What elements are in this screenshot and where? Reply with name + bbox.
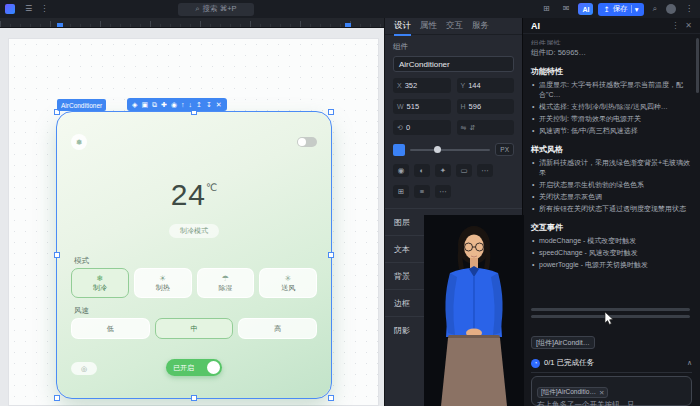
grid-icon[interactable]: ⊞: [393, 185, 409, 198]
caret-down-icon: ▾: [635, 5, 639, 14]
speed-button-low[interactable]: 低: [71, 318, 150, 339]
section-label: 边框: [394, 298, 410, 309]
visibility-icon[interactable]: ◉: [171, 101, 177, 108]
speed-button-row: 低 中 高: [71, 318, 317, 339]
mode-label: 除湿: [218, 284, 232, 291]
sun-icon: ☀: [159, 275, 166, 283]
speed-label: 高: [274, 325, 281, 332]
scrollbar[interactable]: [696, 38, 699, 93]
component-reference-chip[interactable]: [组件]AirCondit…: [531, 336, 595, 349]
flip-vertical-icon[interactable]: ⇵: [469, 124, 475, 132]
style-item: 所有按钮在关闭状态下通过透明度变现禁用状态: [531, 204, 692, 214]
divider: [531, 372, 692, 373]
app-logo-icon[interactable]: [5, 4, 15, 14]
frame-icon[interactable]: ▣: [141, 101, 148, 108]
close-icon[interactable]: ✕: [685, 21, 692, 30]
ai-chat-input[interactable]: [组件]AirConditio… ✕ 右上角多了一个开关按钮，只…: [531, 376, 692, 406]
mode-button-heat[interactable]: ☀ 制热: [134, 268, 192, 298]
speed-label: 低: [107, 325, 114, 332]
mode-button-dry[interactable]: ☂ 除湿: [197, 268, 255, 298]
flip-horizontal-icon[interactable]: ⇋: [461, 124, 467, 132]
bring-front-icon[interactable]: ↥: [196, 101, 202, 108]
flip-field[interactable]: ⇋ ⇵: [457, 120, 515, 135]
add-icon[interactable]: ✚: [161, 101, 167, 108]
tab-interaction[interactable]: 交互: [446, 20, 463, 32]
horizontal-ruler[interactable]: [0, 18, 384, 28]
effects-icon[interactable]: ✦: [435, 164, 451, 177]
grid-icon[interactable]: ⊞: [543, 5, 550, 13]
power-icon: ◎: [81, 365, 87, 373]
close-icon[interactable]: ✕: [599, 389, 604, 397]
snowflake-icon: ❄: [97, 275, 104, 283]
temperature-display: 24℃: [57, 178, 331, 212]
eye-icon[interactable]: ◉: [393, 164, 409, 177]
mode-button-fan[interactable]: ✳ 送风: [259, 268, 317, 298]
section-label: 背景: [394, 271, 410, 282]
feature-item: 风速调节: 低/中/高三档风速选择: [531, 126, 692, 136]
tab-properties[interactable]: 属性: [420, 20, 437, 32]
overflow-icon[interactable]: ⋮: [685, 5, 693, 13]
toggle-knob: [298, 138, 306, 146]
style-item: 开启状态显示生机勃勃的绿色色系: [531, 180, 692, 190]
corner-radius-swatch[interactable]: [393, 144, 405, 156]
align-icon[interactable]: ≡: [414, 185, 430, 198]
power-icon-button[interactable]: ◎: [71, 362, 97, 375]
send-back-icon[interactable]: ↧: [206, 101, 212, 108]
temperature-unit: ℃: [206, 182, 217, 193]
avatar[interactable]: [666, 4, 676, 14]
speed-button-high[interactable]: 高: [238, 318, 317, 339]
more-icon[interactable]: ⋯: [477, 164, 493, 177]
width-field[interactable]: W 515: [393, 99, 451, 114]
search-input[interactable]: ⌕ 搜索 ⌘+P: [178, 3, 254, 16]
delete-icon[interactable]: ✕: [216, 101, 222, 108]
section-label: 图层: [394, 217, 410, 228]
zoom-icon[interactable]: ⌕: [653, 5, 657, 13]
component-icon[interactable]: ◈: [132, 101, 137, 108]
comment-icon[interactable]: ✉: [563, 5, 570, 13]
chevron-up-icon[interactable]: ∧: [687, 359, 692, 367]
speed-button-mid[interactable]: 中: [155, 318, 234, 339]
w-value: 515: [407, 102, 420, 111]
tab-design[interactable]: 设计: [394, 20, 411, 32]
mode-button-cool[interactable]: ❄ 制冷: [71, 268, 129, 298]
style-heading: 样式风格: [531, 144, 692, 155]
search-placeholder: 搜索 ⌘+P: [203, 4, 237, 14]
ai-panel: AI ⋮ ✕ 组件属性 组件ID: 56965… 功能特性 温度显示: 大字号科…: [522, 18, 700, 406]
more-icon[interactable]: ⋮: [671, 21, 679, 30]
radius-slider[interactable]: [410, 149, 490, 151]
air-conditioner-card[interactable]: ❅ 24℃ 制冷模式 模式 ❄ 制冷 ☀ 制热 ☂ 除湿: [57, 112, 331, 398]
menu-icon[interactable]: ☰: [25, 5, 32, 13]
tab-services[interactable]: 服务: [472, 20, 489, 32]
frame-icon[interactable]: ▭: [456, 164, 472, 177]
component-name-input[interactable]: AirConditioner: [393, 56, 514, 72]
ai-toggle-button[interactable]: AI: [578, 3, 593, 15]
slider-knob[interactable]: [434, 146, 441, 153]
canvas[interactable]: AirConditioner ◈ ▣ ⧉ ✚ ◉ ↑ ↓ ↥ ↧ ✕ ❅ 24℃…: [0, 28, 384, 406]
move-down-icon[interactable]: ↓: [189, 101, 193, 108]
selection-name-badge[interactable]: AirConditioner: [57, 99, 106, 111]
input-component-chip[interactable]: [组件]AirConditio… ✕: [537, 387, 608, 398]
feature-item: 开关控制: 带滑动效果的电源开关: [531, 114, 692, 124]
card-corner-toggle[interactable]: [297, 137, 317, 147]
height-field[interactable]: H 596: [457, 99, 515, 114]
task-progress-row[interactable]: ◔ 0/1 已完成任务 ∧: [531, 356, 692, 370]
toggle-knob: [207, 361, 220, 374]
events-heading: 交互事件: [531, 222, 692, 233]
y-label: Y: [461, 82, 466, 89]
duplicate-icon[interactable]: ⧉: [152, 101, 157, 108]
y-field[interactable]: Y 144: [457, 78, 515, 93]
ruler-selection-start-marker: [57, 23, 63, 27]
more-icon[interactable]: ⋮: [40, 5, 48, 13]
save-button[interactable]: ↥ 保存 ▾: [598, 3, 643, 16]
move-up-icon[interactable]: ↑: [181, 101, 185, 108]
style-item: 清新科技感设计，采用浅绿色渐变背景+毛玻璃效果: [531, 158, 692, 178]
button-divider: [631, 5, 632, 13]
rotate-icon: ⟲: [397, 124, 403, 132]
power-toggle[interactable]: 已开启: [166, 359, 222, 376]
more-icon[interactable]: ⋯: [435, 185, 451, 198]
x-field[interactable]: X 352: [393, 78, 451, 93]
rotation-field[interactable]: ⟲ 0: [393, 120, 451, 135]
mask-icon[interactable]: ◐: [414, 164, 430, 177]
unit-box[interactable]: PX: [495, 143, 514, 156]
ai-panel-content[interactable]: 组件属性 组件ID: 56965… 功能特性 温度显示: 大字号科技感数字显示当…: [523, 34, 700, 406]
